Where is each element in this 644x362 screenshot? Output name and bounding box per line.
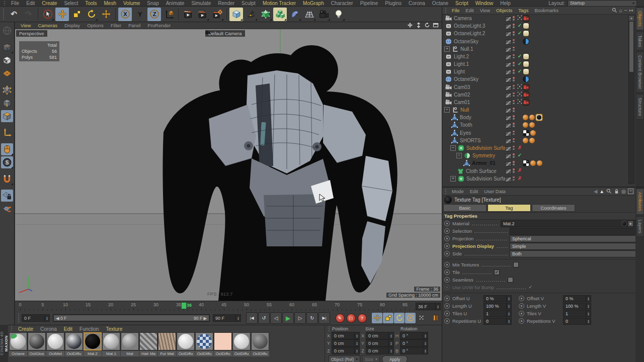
visibility-dots[interactable]	[513, 168, 515, 173]
object-row[interactable]: SHORTS	[442, 137, 624, 144]
keyframe-circle-icon[interactable]	[444, 221, 450, 226]
object-row[interactable]: −Symmetry✓	[442, 152, 624, 159]
repetitions-v-field[interactable]: 0▴▾	[563, 318, 591, 325]
active-camera-label[interactable]: Default Camera	[205, 30, 245, 37]
viewport[interactable]: Perspective Default Camera Total Objects…	[15, 29, 442, 301]
keyframe-circle-icon[interactable]	[444, 228, 450, 234]
coordinate-mode-select[interactable]: Object (Rel)▾	[329, 355, 360, 362]
object-row[interactable]: Armor_01	[442, 159, 624, 167]
layer-color-box[interactable]	[505, 161, 512, 166]
keyframe-circle-icon[interactable]	[444, 296, 450, 301]
keyframe-circle-icon[interactable]	[444, 318, 450, 324]
add-primitive-icon[interactable]	[229, 8, 243, 21]
disabled-x-icon[interactable]: ✗	[517, 145, 523, 150]
layer-color-box[interactable]	[505, 108, 512, 113]
layer-color-box[interactable]	[505, 62, 512, 67]
add-light-icon[interactable]	[332, 8, 345, 21]
om-menu-view[interactable]: View	[477, 7, 493, 14]
add-modeling-icon[interactable]	[273, 8, 287, 21]
panel-tab-content-browser[interactable]: Content Browser	[636, 52, 644, 93]
rotate-view-icon[interactable]	[424, 22, 430, 29]
object-name[interactable]: SHORTS	[460, 138, 481, 143]
object-row[interactable]: Light.1✓	[442, 60, 624, 68]
light-tag-icon[interactable]	[523, 53, 529, 60]
timeline-ruler[interactable]: 0510152025303540455055606570758085903636…	[15, 301, 442, 312]
material-item[interactable]: OctDiffu	[195, 332, 213, 356]
layer-color-box[interactable]	[505, 123, 512, 128]
object-row[interactable]: Cam03	[442, 83, 624, 91]
tab-coordinates[interactable]: Coordinates	[532, 204, 575, 212]
menu-sculpt[interactable]: Sculpt	[238, 0, 259, 7]
object-manager-grip[interactable]	[445, 8, 447, 14]
visibility-dots[interactable]	[513, 100, 515, 105]
model-mode-icon[interactable]	[1, 41, 13, 53]
size-mode-select[interactable]: Size▾	[362, 355, 380, 362]
object-name[interactable]: Cam03	[454, 84, 470, 90]
disabled-x-icon[interactable]: ✗	[517, 167, 523, 173]
tiles-v-field[interactable]: 1▴▾	[563, 310, 591, 317]
pan-view-icon[interactable]	[407, 22, 413, 29]
object-name[interactable]: Body	[460, 115, 471, 120]
next-frame-button[interactable]: ▷	[294, 312, 306, 324]
camera-tag-icon[interactable]	[523, 15, 529, 22]
object-row[interactable]: Body	[442, 114, 624, 121]
visibility-dots[interactable]	[513, 85, 515, 90]
render-picture-viewer-icon[interactable]	[196, 8, 209, 21]
object-name[interactable]: Symmetry	[472, 153, 495, 158]
keyframe-circle-icon[interactable]	[444, 251, 450, 256]
material-item[interactable]: OctDiffu	[232, 332, 251, 356]
projection-label[interactable]: Perspective	[16, 30, 47, 37]
visibility-dots[interactable]	[513, 62, 515, 67]
om-menu-edit[interactable]: Edit	[462, 7, 476, 14]
material-thumbnail[interactable]	[46, 332, 64, 350]
material-thumbnail[interactable]	[9, 332, 27, 350]
attr-menu-edit[interactable]: Edit	[467, 188, 481, 195]
layer-color-box[interactable]	[505, 116, 512, 121]
object-name[interactable]: Light.2	[454, 54, 469, 59]
keyframe-circle-icon[interactable]	[444, 236, 450, 241]
enabled-check-icon[interactable]: ✓	[517, 23, 523, 28]
object-row[interactable]: Light.2✓	[442, 53, 624, 60]
home-icon[interactable]: ⌂	[619, 8, 622, 13]
new-panel-icon[interactable]: +	[628, 189, 633, 194]
uvw-tag-icon[interactable]	[523, 160, 529, 166]
visibility-dots[interactable]	[513, 131, 515, 136]
play-reverse-button[interactable]: ↺	[258, 312, 270, 324]
side-select[interactable]: Both▾	[510, 250, 644, 257]
attr-menu-user-data[interactable]: User Data	[481, 188, 509, 195]
disabled-x-icon[interactable]: ✗	[517, 175, 523, 181]
material-item[interactable]: Hair Ma	[139, 332, 157, 356]
material-menu-create[interactable]: Create	[15, 326, 37, 332]
frame-range-slider[interactable]: ◀ 0 F90 F ▶	[53, 314, 210, 322]
visibility-dots[interactable]	[513, 39, 515, 44]
viewport-menu-options[interactable]: Options	[84, 22, 107, 29]
object-name[interactable]: Eyes	[460, 130, 471, 136]
menu-simulate[interactable]: Simulate	[188, 0, 214, 7]
visibility-dots[interactable]	[513, 153, 515, 158]
position-field[interactable]: 0 cm▴▾	[332, 332, 360, 339]
add-generator-icon[interactable]	[259, 8, 272, 21]
layer-color-box[interactable]	[505, 47, 512, 52]
offset-u-field[interactable]: 0 %▴▾	[484, 295, 512, 302]
object-row[interactable]: OctaneLight.2✓	[442, 30, 624, 37]
material-item[interactable]: Mat.2	[84, 332, 102, 356]
light-tag-icon[interactable]	[523, 30, 529, 37]
material-link-field[interactable]: Mat.2▸	[501, 220, 635, 227]
toolbar-grip[interactable]	[3, 8, 5, 20]
enabled-check-icon[interactable]: ✓	[517, 30, 523, 36]
enable-axis-icon[interactable]	[1, 127, 13, 139]
search-icon[interactable]	[606, 189, 612, 194]
object-row[interactable]: +Null.1	[442, 45, 624, 53]
visibility-dots[interactable]	[513, 115, 515, 120]
attr-menu-mode[interactable]: Mode	[449, 188, 467, 195]
material-thumbnail[interactable]	[195, 332, 213, 350]
object-name[interactable]: Null.1	[460, 46, 473, 52]
visibility-dots[interactable]	[513, 108, 515, 113]
object-row[interactable]: OctaneLight.3✓	[442, 22, 624, 30]
rotate-icon[interactable]	[85, 8, 98, 21]
layer-color-box[interactable]	[505, 40, 512, 45]
material-thumbnail[interactable]	[214, 332, 232, 350]
apply-button[interactable]: Apply	[382, 355, 408, 362]
move-icon[interactable]	[55, 8, 69, 21]
object-name[interactable]: OctaneSky	[454, 76, 478, 82]
